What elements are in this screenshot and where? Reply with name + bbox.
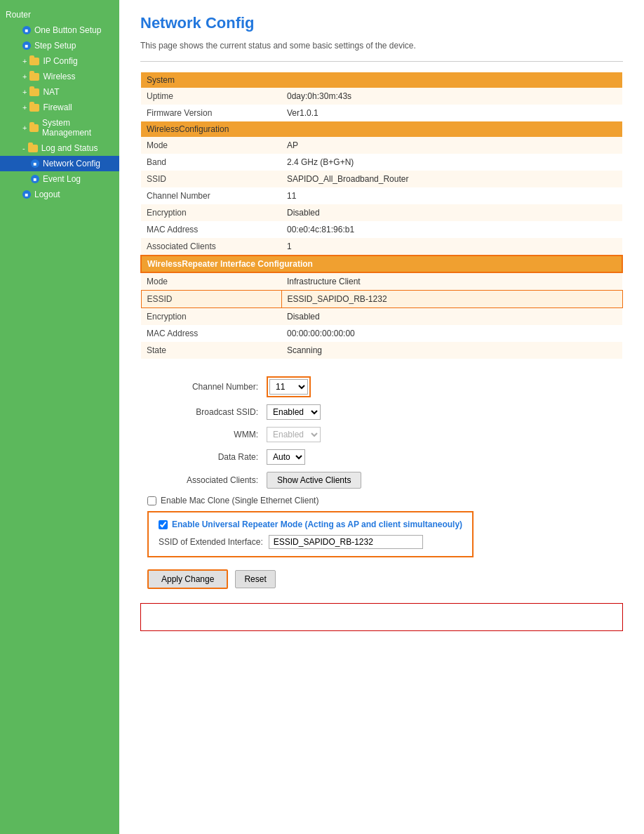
rep-state-label: State [141, 342, 281, 359]
rep-essid-label: ESSID [141, 291, 281, 308]
collapse-icon-log: - [22, 144, 25, 152]
broadcast-select[interactable]: EnabledDisabled [267, 404, 321, 420]
sidebar-label-log-status: Log and Status [41, 143, 98, 153]
wmm-label: WMM: [140, 430, 267, 439]
page-icon-logout: ■ [22, 190, 31, 199]
reset-button[interactable]: Reset [235, 570, 275, 588]
broadcast-label: Broadcast SSID: [140, 407, 267, 417]
assoc-clients-row: Associated Clients: Show Active Clients [140, 472, 623, 489]
ssid-value: SAPIDO_All_Broadband_Router [281, 171, 622, 187]
rep-mode-label: Mode [141, 272, 281, 291]
firmware-value: Ver1.0.1 [281, 105, 622, 121]
encryption-value: Disabled [281, 204, 622, 221]
sidebar-item-wireless[interactable]: + Wireless [0, 69, 119, 84]
sidebar-item-log-status[interactable]: - Log and Status [0, 140, 119, 156]
folder-icon-wireless [29, 73, 39, 81]
page-title: Network Config [140, 14, 623, 32]
ssid-extended-row: SSID of Extended Interface: [159, 535, 462, 549]
mac-label: MAC Address [141, 221, 281, 238]
folder-icon-nat [29, 88, 39, 96]
sidebar-label-ip-config: IP Config [43, 56, 77, 66]
sidebar-label-nat: NAT [43, 87, 59, 97]
channel-select-wrapper: 1234 5678 9101112 13Auto [267, 376, 311, 397]
sidebar-label-firewall: Firewall [43, 102, 72, 112]
folder-icon-firewall [29, 104, 39, 112]
repeater-mode-checkbox[interactable] [159, 520, 168, 529]
mac-clone-row: Enable Mac Clone (Single Ethernet Client… [147, 496, 623, 505]
expand-icon-wireless: + [22, 72, 27, 81]
channel-number-label: Channel Number: [140, 382, 267, 392]
ssid-label: SSID [141, 171, 281, 187]
sidebar-item-firewall[interactable]: + Firewall [0, 100, 119, 115]
sidebar: Router ■ One Button Setup ■ Step Setup +… [0, 0, 119, 834]
sidebar-item-step-setup[interactable]: ■ Step Setup [0, 38, 119, 53]
main-content: Network Config This page shows the curre… [119, 0, 644, 834]
status-table: System Uptime 0day:0h:30m:43s Firmware V… [140, 72, 623, 359]
rep-enc-value: Disabled [281, 308, 622, 326]
sidebar-router-header[interactable]: Router [0, 7, 119, 22]
sidebar-label-wireless: Wireless [43, 72, 75, 81]
folder-icon-log [28, 145, 38, 152]
sidebar-label-event-log: Event Log [43, 174, 81, 184]
sidebar-item-event-log[interactable]: ■ Event Log [0, 171, 119, 187]
wmm-row: WMM: EnabledDisabled [140, 427, 623, 442]
sidebar-item-nat[interactable]: + NAT [0, 84, 119, 100]
sidebar-item-system-management[interactable]: + System Management [0, 115, 119, 140]
page-icon-one-button: ■ [22, 26, 31, 34]
ssid-extended-label: SSID of Extended Interface: [159, 537, 263, 547]
folder-icon-sys [29, 124, 39, 132]
channel-label: Channel Number [141, 187, 281, 204]
firmware-label: Firmware Version [141, 105, 281, 121]
expand-icon-sys: + [22, 124, 27, 132]
band-label: Band [141, 154, 281, 171]
sidebar-router-label: Router [6, 10, 31, 20]
sidebar-item-one-button-setup[interactable]: ■ One Button Setup [0, 22, 119, 38]
ssid-extended-input[interactable] [269, 535, 423, 549]
mac-clone-label: Enable Mac Clone (Single Ethernet Client… [161, 496, 318, 505]
uptime-value: 0day:0h:30m:43s [281, 88, 622, 105]
page-icon-event-log: ■ [31, 175, 39, 183]
band-value: 2.4 GHz (B+G+N) [281, 154, 622, 171]
rep-enc-label: Encryption [141, 308, 281, 326]
mode-label: Mode [141, 137, 281, 154]
sidebar-label-network-config: Network Config [43, 159, 100, 168]
sidebar-label-step-setup: Step Setup [34, 41, 76, 51]
sidebar-item-network-config[interactable]: ■ Network Config [0, 156, 119, 171]
channel-select[interactable]: 1234 5678 9101112 13Auto [269, 379, 308, 395]
data-rate-row: Data Rate: Auto1M2M [140, 449, 623, 465]
output-box [140, 603, 623, 631]
rep-state-value: Scanning [281, 342, 622, 359]
config-form: Channel Number: 1234 5678 9101112 13Auto… [140, 376, 623, 631]
expand-icon-firewall: + [22, 103, 27, 112]
assoc-clients-label: Associated Clients: [140, 475, 267, 485]
sidebar-item-logout[interactable]: ■ Logout [0, 187, 119, 202]
expand-icon-nat: + [22, 88, 27, 96]
divider [140, 61, 623, 62]
page-icon-step-setup: ■ [22, 41, 31, 50]
mode-value: AP [281, 137, 622, 154]
page-icon-network-config: ■ [31, 159, 39, 168]
broadcast-row: Broadcast SSID: EnabledDisabled [140, 404, 623, 420]
data-rate-select[interactable]: Auto1M2M [267, 449, 305, 465]
repeater-mode-box: Enable Universal Repeater Mode (Acting a… [147, 511, 474, 557]
button-row: Apply Change Reset [147, 569, 623, 589]
rep-mode-value: Infrastructure Client [281, 272, 622, 291]
sidebar-label-one-button-setup: One Button Setup [34, 25, 101, 35]
encryption-label: Encryption [141, 204, 281, 221]
expand-icon-ip: + [22, 57, 27, 65]
data-rate-label: Data Rate: [140, 452, 267, 462]
rep-mac-value: 00:00:00:00:00:00 [281, 325, 622, 342]
rep-mac-label: MAC Address [141, 325, 281, 342]
channel-row: Channel Number: 1234 5678 9101112 13Auto [140, 376, 623, 397]
wmm-select[interactable]: EnabledDisabled [267, 427, 321, 442]
rep-essid-value: ESSID_SAPIDO_RB-1232 [281, 291, 622, 308]
assoc-value: 1 [281, 238, 622, 256]
sidebar-item-ip-config[interactable]: + IP Config [0, 53, 119, 69]
folder-icon-ip [29, 58, 39, 65]
show-clients-button[interactable]: Show Active Clients [267, 472, 361, 489]
system-section-header: System [141, 72, 622, 88]
apply-change-button[interactable]: Apply Change [147, 569, 228, 589]
wireless-section-header: WirelessConfiguration [141, 121, 622, 137]
sidebar-label-logout: Logout [34, 190, 60, 199]
mac-clone-checkbox[interactable] [147, 496, 156, 505]
